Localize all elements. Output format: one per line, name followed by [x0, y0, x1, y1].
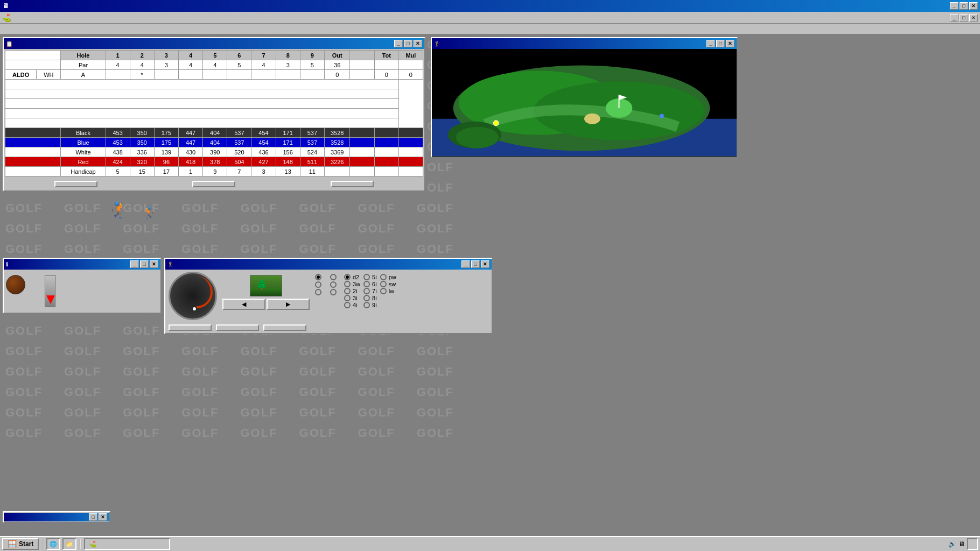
- d2-radio[interactable]: [344, 274, 351, 280]
- 3w-radio[interactable]: [344, 281, 351, 287]
- 2i-radio[interactable]: [344, 288, 351, 294]
- quicklaunch-folder[interactable]: 📁: [62, 538, 76, 550]
- swingctrl-controls[interactable]: _ □ ✕: [461, 260, 489, 268]
- 7i-radio[interactable]: [363, 288, 370, 294]
- topview-minimize[interactable]: _: [706, 40, 715, 47]
- empty-row-4: [5, 109, 423, 118]
- tee-black-name: Black: [61, 128, 106, 138]
- putt-radio[interactable]: [315, 289, 321, 295]
- col-tot: Tot: [374, 51, 398, 60]
- wind-section: [45, 275, 55, 307]
- quicklaunch-ie[interactable]: 🌐: [46, 538, 60, 550]
- print-button[interactable]: [192, 181, 235, 187]
- par-1: 4: [106, 60, 130, 70]
- wind-indicator: [45, 275, 55, 307]
- os-restore-btn[interactable]: □: [960, 2, 968, 10]
- practice-nav[interactable]: ◀ ▶: [222, 299, 310, 310]
- practice-next[interactable]: ▶: [267, 299, 310, 310]
- swingctrl-help-btn[interactable]: [169, 324, 212, 331]
- advanced-close[interactable]: ✕: [99, 513, 107, 521]
- tee-blue-4: 447: [178, 138, 202, 147]
- menu-help[interactable]: [40, 28, 46, 30]
- shotinfo-close[interactable]: ✕: [150, 260, 158, 268]
- advanced-restore[interactable]: □: [89, 513, 97, 521]
- os-close-btn[interactable]: ✕: [969, 2, 978, 10]
- practice-prev[interactable]: ◀: [222, 299, 265, 310]
- start-button[interactable]: 🪟 Start: [2, 538, 39, 550]
- tee-white-name: White: [61, 147, 106, 157]
- lie-icon: [6, 275, 25, 294]
- tee-black-label: [5, 128, 61, 138]
- lw-radio[interactable]: [380, 288, 387, 294]
- wind-arrow: [46, 295, 55, 304]
- 3i-radio[interactable]: [344, 295, 351, 301]
- tee-black-7: 454: [251, 128, 276, 138]
- tip-btn[interactable]: [263, 324, 306, 331]
- player-tee2: A: [61, 70, 106, 80]
- shotinfo-restore[interactable]: □: [140, 260, 149, 268]
- menu-options[interactable]: [25, 28, 31, 30]
- swing-dial[interactable]: [169, 272, 217, 320]
- shotinfo-minimize[interactable]: _: [130, 260, 139, 268]
- advanced-controls[interactable]: □ ✕: [89, 513, 107, 521]
- tee-red-4: 418: [178, 157, 202, 167]
- 8i-radio[interactable]: [363, 295, 370, 301]
- swingctrl-close[interactable]: ✕: [481, 260, 489, 268]
- tee-red-8: 148: [276, 157, 300, 167]
- scorecard-restore[interactable]: □: [404, 40, 412, 47]
- help-button[interactable]: [331, 181, 374, 187]
- taskbar-clock: [967, 538, 978, 550]
- scorecard-controls[interactable]: _ □ ✕: [394, 40, 422, 47]
- tee-blue-2: 350: [130, 138, 154, 147]
- swingctrl-restore[interactable]: □: [471, 260, 480, 268]
- sw-label: sw: [389, 281, 396, 287]
- sw-radio[interactable]: [380, 281, 387, 287]
- tee-red-3: 96: [154, 157, 178, 167]
- topview-icon: 🏌: [434, 41, 440, 47]
- svg-point-10: [456, 127, 499, 149]
- straight-radio-row: [315, 274, 339, 280]
- topview-close[interactable]: ✕: [726, 40, 734, 47]
- app-restore-btn[interactable]: □: [960, 14, 968, 22]
- back9-button[interactable]: [54, 181, 97, 187]
- col-1: 1: [106, 51, 130, 60]
- swingctrl-minimize[interactable]: _: [461, 260, 470, 268]
- hcp-tot: [374, 167, 398, 176]
- scorecard-close[interactable]: ✕: [414, 40, 422, 47]
- flyby-btn[interactable]: [216, 324, 259, 331]
- chip-radio[interactable]: [315, 281, 321, 288]
- tee-white-6: 520: [227, 147, 251, 157]
- player-score-6: [227, 70, 251, 80]
- 4i-radio[interactable]: [344, 302, 351, 308]
- shotinfo-controls[interactable]: _ □ ✕: [130, 260, 158, 268]
- custom-radio[interactable]: [330, 289, 337, 295]
- app-close-btn[interactable]: ✕: [969, 14, 978, 22]
- menu-window[interactable]: [32, 28, 39, 30]
- hcp-9: 11: [300, 167, 324, 176]
- 6i-radio[interactable]: [363, 281, 370, 287]
- menu-game[interactable]: [2, 28, 9, 30]
- 5i-radio[interactable]: [363, 274, 370, 280]
- os-controls[interactable]: _ □ ✕: [950, 2, 978, 10]
- taskbar-golf-item[interactable]: ⛳: [84, 538, 170, 550]
- straight-radio[interactable]: [315, 274, 321, 280]
- 9i-radio[interactable]: [363, 302, 370, 308]
- pw-radio[interactable]: [380, 274, 387, 280]
- 5i-label: 5i: [372, 274, 377, 280]
- tee-white-3: 139: [154, 147, 178, 157]
- player-score-9: [300, 70, 324, 80]
- menu-action[interactable]: [17, 28, 24, 30]
- tray-sound-icon: 🔊: [948, 540, 956, 548]
- topview-restore[interactable]: □: [716, 40, 725, 47]
- tee-blue-tot: [374, 138, 398, 147]
- topview-controls[interactable]: _ □ ✕: [706, 40, 734, 47]
- col-7: 7: [251, 51, 276, 60]
- os-minimize-btn[interactable]: _: [950, 2, 958, 10]
- scorecard-minimize[interactable]: _: [394, 40, 403, 47]
- tee-blue-5: 404: [203, 138, 227, 147]
- fade-radio[interactable]: [330, 281, 337, 288]
- app-minimize-btn[interactable]: _: [950, 14, 958, 22]
- menu-player[interactable]: [10, 28, 16, 30]
- tee-black-5: 404: [203, 128, 227, 138]
- draw-radio[interactable]: [330, 274, 337, 280]
